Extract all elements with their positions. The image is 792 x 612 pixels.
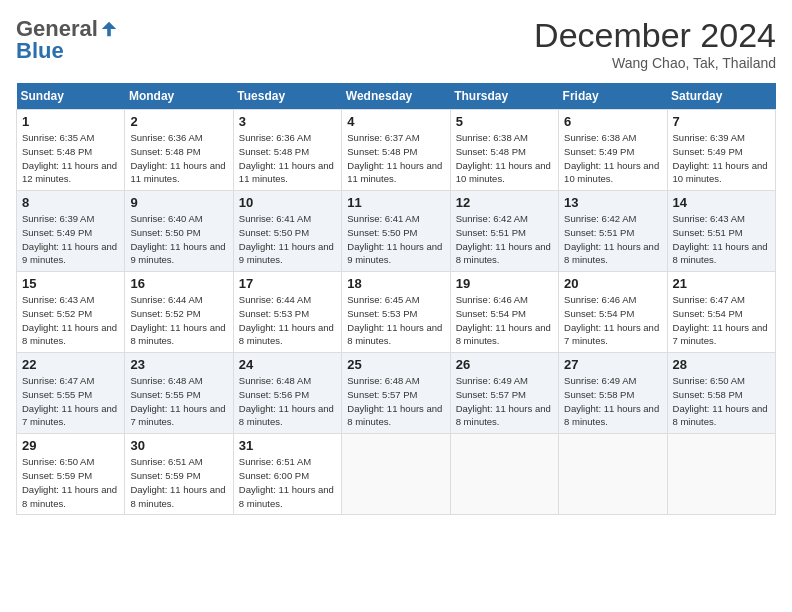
- day-number: 27: [564, 357, 661, 372]
- day-cell: 4 Sunrise: 6:37 AM Sunset: 5:48 PM Dayli…: [342, 110, 450, 191]
- day-number: 8: [22, 195, 119, 210]
- day-number: 7: [673, 114, 770, 129]
- day-cell: 14 Sunrise: 6:43 AM Sunset: 5:51 PM Dayl…: [667, 191, 775, 272]
- day-number: 22: [22, 357, 119, 372]
- day-cell: 9 Sunrise: 6:40 AM Sunset: 5:50 PM Dayli…: [125, 191, 233, 272]
- day-number: 18: [347, 276, 444, 291]
- day-cell: 13 Sunrise: 6:42 AM Sunset: 5:51 PM Dayl…: [559, 191, 667, 272]
- day-info: Sunrise: 6:48 AM Sunset: 5:57 PM Dayligh…: [347, 374, 444, 429]
- location-title: Wang Chao, Tak, Thailand: [534, 55, 776, 71]
- day-number: 19: [456, 276, 553, 291]
- day-info: Sunrise: 6:51 AM Sunset: 5:59 PM Dayligh…: [130, 455, 227, 510]
- day-cell: 5 Sunrise: 6:38 AM Sunset: 5:48 PM Dayli…: [450, 110, 558, 191]
- day-number: 16: [130, 276, 227, 291]
- day-info: Sunrise: 6:43 AM Sunset: 5:51 PM Dayligh…: [673, 212, 770, 267]
- day-cell: 20 Sunrise: 6:46 AM Sunset: 5:54 PM Dayl…: [559, 272, 667, 353]
- day-number: 26: [456, 357, 553, 372]
- day-info: Sunrise: 6:41 AM Sunset: 5:50 PM Dayligh…: [239, 212, 336, 267]
- logo: General Blue: [16, 16, 118, 64]
- day-info: Sunrise: 6:49 AM Sunset: 5:57 PM Dayligh…: [456, 374, 553, 429]
- day-info: Sunrise: 6:50 AM Sunset: 5:59 PM Dayligh…: [22, 455, 119, 510]
- day-cell: 31 Sunrise: 6:51 AM Sunset: 6:00 PM Dayl…: [233, 434, 341, 515]
- day-number: 13: [564, 195, 661, 210]
- day-info: Sunrise: 6:38 AM Sunset: 5:49 PM Dayligh…: [564, 131, 661, 186]
- header-cell-thursday: Thursday: [450, 83, 558, 110]
- day-cell: 25 Sunrise: 6:48 AM Sunset: 5:57 PM Dayl…: [342, 353, 450, 434]
- day-cell: 28 Sunrise: 6:50 AM Sunset: 5:58 PM Dayl…: [667, 353, 775, 434]
- day-cell: 3 Sunrise: 6:36 AM Sunset: 5:48 PM Dayli…: [233, 110, 341, 191]
- header-cell-saturday: Saturday: [667, 83, 775, 110]
- day-cell: 29 Sunrise: 6:50 AM Sunset: 5:59 PM Dayl…: [17, 434, 125, 515]
- day-cell: 6 Sunrise: 6:38 AM Sunset: 5:49 PM Dayli…: [559, 110, 667, 191]
- day-info: Sunrise: 6:41 AM Sunset: 5:50 PM Dayligh…: [347, 212, 444, 267]
- day-info: Sunrise: 6:39 AM Sunset: 5:49 PM Dayligh…: [22, 212, 119, 267]
- day-info: Sunrise: 6:47 AM Sunset: 5:54 PM Dayligh…: [673, 293, 770, 348]
- day-cell: 2 Sunrise: 6:36 AM Sunset: 5:48 PM Dayli…: [125, 110, 233, 191]
- day-number: 24: [239, 357, 336, 372]
- day-cell: 7 Sunrise: 6:39 AM Sunset: 5:49 PM Dayli…: [667, 110, 775, 191]
- day-cell: 23 Sunrise: 6:48 AM Sunset: 5:55 PM Dayl…: [125, 353, 233, 434]
- day-number: 29: [22, 438, 119, 453]
- day-info: Sunrise: 6:42 AM Sunset: 5:51 PM Dayligh…: [456, 212, 553, 267]
- week-row-3: 15 Sunrise: 6:43 AM Sunset: 5:52 PM Dayl…: [17, 272, 776, 353]
- day-number: 17: [239, 276, 336, 291]
- day-info: Sunrise: 6:44 AM Sunset: 5:53 PM Dayligh…: [239, 293, 336, 348]
- day-info: Sunrise: 6:39 AM Sunset: 5:49 PM Dayligh…: [673, 131, 770, 186]
- day-cell: 18 Sunrise: 6:45 AM Sunset: 5:53 PM Dayl…: [342, 272, 450, 353]
- day-cell: 30 Sunrise: 6:51 AM Sunset: 5:59 PM Dayl…: [125, 434, 233, 515]
- day-info: Sunrise: 6:47 AM Sunset: 5:55 PM Dayligh…: [22, 374, 119, 429]
- day-number: 21: [673, 276, 770, 291]
- day-cell: 12 Sunrise: 6:42 AM Sunset: 5:51 PM Dayl…: [450, 191, 558, 272]
- day-cell: 1 Sunrise: 6:35 AM Sunset: 5:48 PM Dayli…: [17, 110, 125, 191]
- day-cell: 10 Sunrise: 6:41 AM Sunset: 5:50 PM Dayl…: [233, 191, 341, 272]
- logo-blue-text: Blue: [16, 38, 64, 64]
- day-cell: 15 Sunrise: 6:43 AM Sunset: 5:52 PM Dayl…: [17, 272, 125, 353]
- day-number: 5: [456, 114, 553, 129]
- day-info: Sunrise: 6:44 AM Sunset: 5:52 PM Dayligh…: [130, 293, 227, 348]
- title-block: December 2024 Wang Chao, Tak, Thailand: [534, 16, 776, 71]
- day-cell: 24 Sunrise: 6:48 AM Sunset: 5:56 PM Dayl…: [233, 353, 341, 434]
- day-number: 10: [239, 195, 336, 210]
- day-info: Sunrise: 6:42 AM Sunset: 5:51 PM Dayligh…: [564, 212, 661, 267]
- day-info: Sunrise: 6:45 AM Sunset: 5:53 PM Dayligh…: [347, 293, 444, 348]
- day-number: 14: [673, 195, 770, 210]
- day-info: Sunrise: 6:50 AM Sunset: 5:58 PM Dayligh…: [673, 374, 770, 429]
- day-info: Sunrise: 6:40 AM Sunset: 5:50 PM Dayligh…: [130, 212, 227, 267]
- day-info: Sunrise: 6:49 AM Sunset: 5:58 PM Dayligh…: [564, 374, 661, 429]
- day-number: 20: [564, 276, 661, 291]
- month-title: December 2024: [534, 16, 776, 55]
- calendar-table: SundayMondayTuesdayWednesdayThursdayFrid…: [16, 83, 776, 515]
- day-info: Sunrise: 6:36 AM Sunset: 5:48 PM Dayligh…: [239, 131, 336, 186]
- day-number: 25: [347, 357, 444, 372]
- day-number: 23: [130, 357, 227, 372]
- day-number: 31: [239, 438, 336, 453]
- day-cell: 21 Sunrise: 6:47 AM Sunset: 5:54 PM Dayl…: [667, 272, 775, 353]
- week-row-5: 29 Sunrise: 6:50 AM Sunset: 5:59 PM Dayl…: [17, 434, 776, 515]
- header-cell-sunday: Sunday: [17, 83, 125, 110]
- day-cell: 27 Sunrise: 6:49 AM Sunset: 5:58 PM Dayl…: [559, 353, 667, 434]
- week-row-2: 8 Sunrise: 6:39 AM Sunset: 5:49 PM Dayli…: [17, 191, 776, 272]
- day-number: 1: [22, 114, 119, 129]
- day-info: Sunrise: 6:46 AM Sunset: 5:54 PM Dayligh…: [456, 293, 553, 348]
- day-number: 28: [673, 357, 770, 372]
- day-cell: 22 Sunrise: 6:47 AM Sunset: 5:55 PM Dayl…: [17, 353, 125, 434]
- week-row-4: 22 Sunrise: 6:47 AM Sunset: 5:55 PM Dayl…: [17, 353, 776, 434]
- header-cell-monday: Monday: [125, 83, 233, 110]
- day-cell: [450, 434, 558, 515]
- day-info: Sunrise: 6:37 AM Sunset: 5:48 PM Dayligh…: [347, 131, 444, 186]
- day-info: Sunrise: 6:36 AM Sunset: 5:48 PM Dayligh…: [130, 131, 227, 186]
- day-cell: 17 Sunrise: 6:44 AM Sunset: 5:53 PM Dayl…: [233, 272, 341, 353]
- day-info: Sunrise: 6:46 AM Sunset: 5:54 PM Dayligh…: [564, 293, 661, 348]
- day-number: 6: [564, 114, 661, 129]
- day-number: 3: [239, 114, 336, 129]
- day-cell: 11 Sunrise: 6:41 AM Sunset: 5:50 PM Dayl…: [342, 191, 450, 272]
- header-cell-wednesday: Wednesday: [342, 83, 450, 110]
- day-number: 12: [456, 195, 553, 210]
- day-info: Sunrise: 6:38 AM Sunset: 5:48 PM Dayligh…: [456, 131, 553, 186]
- day-number: 30: [130, 438, 227, 453]
- day-cell: 19 Sunrise: 6:46 AM Sunset: 5:54 PM Dayl…: [450, 272, 558, 353]
- header-cell-tuesday: Tuesday: [233, 83, 341, 110]
- page-header: General Blue December 2024 Wang Chao, Ta…: [16, 16, 776, 71]
- header-cell-friday: Friday: [559, 83, 667, 110]
- header-row: SundayMondayTuesdayWednesdayThursdayFrid…: [17, 83, 776, 110]
